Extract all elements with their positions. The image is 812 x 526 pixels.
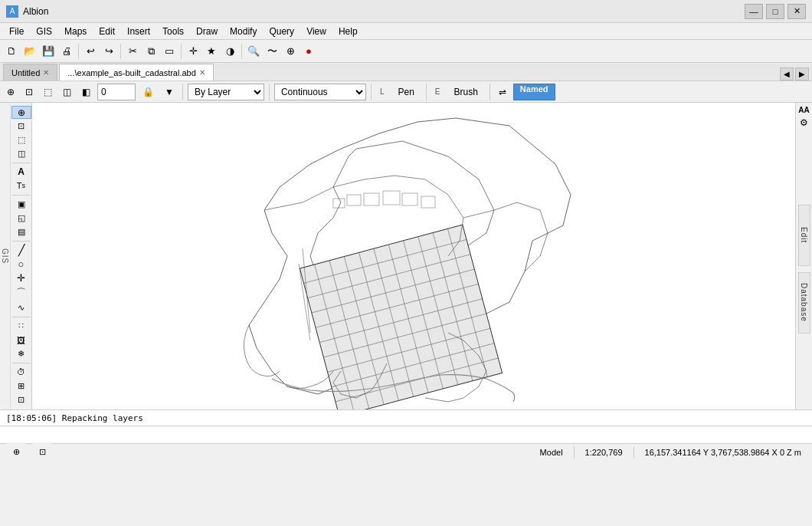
command-line xyxy=(0,426,812,443)
log-message: [18:05:06] Repacking layers xyxy=(6,413,143,423)
menu-maps[interactable]: Maps xyxy=(58,25,93,38)
status-icon-1[interactable]: ⊕ xyxy=(6,442,26,462)
tab-nav-right[interactable]: ▶ xyxy=(795,67,809,81)
coordinates-display: 16,157.341164 Y 3,767,538.9864 X 0 Z m xyxy=(640,448,806,457)
menu-insert[interactable]: Insert xyxy=(121,25,156,38)
cut-button[interactable]: ✂ xyxy=(124,43,141,60)
lt-circle[interactable]: ○ xyxy=(11,258,31,271)
lt-snap2[interactable]: ⊡ xyxy=(11,393,31,406)
copy-button[interactable]: ⧉ xyxy=(142,43,159,60)
command-input[interactable] xyxy=(0,426,812,443)
print-button[interactable]: 🖨 xyxy=(58,43,75,60)
props-sep-1 xyxy=(182,84,183,100)
lt-text-a[interactable]: A xyxy=(11,166,31,179)
save-button[interactable]: 💾 xyxy=(40,43,57,60)
menu-bar: File GIS Maps Edit Insert Tools Draw Mod… xyxy=(0,23,812,40)
brush-prefix: E xyxy=(431,84,444,100)
lt-sep-3 xyxy=(12,241,31,242)
settings-icon[interactable]: ⚙ xyxy=(800,117,808,128)
window-btn[interactable]: ⬚ xyxy=(40,84,56,100)
lt-sep-2 xyxy=(12,195,31,196)
layer-btn[interactable]: ◧ xyxy=(78,84,94,100)
lt-hatch[interactable]: ▤ xyxy=(11,225,31,238)
lt-image[interactable]: 🖼 xyxy=(11,334,31,347)
database-panel-btn[interactable]: Database xyxy=(798,272,810,334)
lt-arc[interactable]: ⌒ xyxy=(11,285,31,301)
color-lock-btn[interactable]: 🔒 xyxy=(139,84,158,100)
lt-grid[interactable]: ⊞ xyxy=(11,380,31,393)
menu-gis[interactable]: GIS xyxy=(30,25,58,38)
close-button[interactable]: ✕ xyxy=(787,4,806,19)
star-button[interactable]: ★ xyxy=(203,43,220,60)
props-sep-5 xyxy=(489,84,490,100)
undo-button[interactable]: ↩ xyxy=(82,43,99,60)
menu-help[interactable]: Help xyxy=(332,25,364,38)
props-sep-3 xyxy=(371,84,372,100)
lt-timer[interactable]: ⏱ xyxy=(11,366,31,379)
gis-label: GIS xyxy=(0,103,11,409)
layer-input[interactable] xyxy=(97,84,136,100)
lt-layer[interactable]: ◫ xyxy=(11,147,31,160)
menu-tools[interactable]: Tools xyxy=(156,25,190,38)
lt-spline[interactable]: ∿ xyxy=(11,301,31,314)
open-button[interactable]: 📂 xyxy=(21,43,38,60)
toolbar-sep-1 xyxy=(78,44,79,59)
left-toolbar: ⊕ ⊡ ⬚ ◫ A Ts ▣ ◱ ▤ ╱ ○ ✛ ⌒ ∿ ∷ 🖼 ❄ ⏱ ⊞ ⊡ xyxy=(11,103,32,409)
lt-block[interactable]: ▣ xyxy=(11,198,31,211)
lt-line[interactable]: ╱ xyxy=(11,243,31,257)
tab-cadastral[interactable]: ...\example_as-built_cadastral.abd ✕ xyxy=(59,64,214,81)
pen-prefix: L xyxy=(376,84,388,100)
toolbar: 🗋 📂 💾 🖨 ↩ ↪ ✂ ⧉ ▭ ✛ ★ ◑ 🔍 〜 ⊕ ● xyxy=(0,40,812,63)
lt-select[interactable]: ⊡ xyxy=(11,120,31,133)
lt-text-t[interactable]: Ts xyxy=(11,179,31,192)
layer-prev-button[interactable]: ⊕ xyxy=(3,84,18,100)
linetype-dropdown[interactable]: Continuous xyxy=(274,84,366,100)
tab-cadastral-label: ...\example_as-built_cadastral.abd xyxy=(67,68,196,77)
lt-array[interactable]: ∷ xyxy=(11,320,31,333)
menu-edit[interactable]: Edit xyxy=(93,25,121,38)
menu-view[interactable]: View xyxy=(300,25,332,38)
menu-query[interactable]: Query xyxy=(263,25,300,38)
menu-draw[interactable]: Draw xyxy=(190,25,224,38)
pen-button[interactable]: Pen xyxy=(391,84,421,100)
maximize-button[interactable]: □ xyxy=(766,4,784,19)
lt-snap[interactable]: ❄ xyxy=(11,347,31,360)
lt-window[interactable]: ⬚ xyxy=(11,133,31,146)
paste-button[interactable]: ▭ xyxy=(161,43,178,60)
record-button[interactable]: ● xyxy=(300,43,317,60)
tab-cadastral-close[interactable]: ✕ xyxy=(199,68,205,77)
left-panel: GIS ⊕ ⊡ ⬚ ◫ A Ts ▣ ◱ ▤ ╱ ○ ✛ ⌒ ∿ ∷ 🖼 ❄ ⏱… xyxy=(0,103,32,409)
layer-stack-btn[interactable]: ◫ xyxy=(59,84,75,100)
status-icon-2[interactable]: ⊡ xyxy=(32,442,52,462)
menu-modify[interactable]: Modify xyxy=(224,25,263,38)
arrow-icon[interactable]: ⇌ xyxy=(495,84,510,100)
circle-button[interactable]: ◑ xyxy=(221,43,238,60)
lt-region[interactable]: ◱ xyxy=(11,212,31,225)
lt-cursor[interactable]: ⊕ xyxy=(11,106,31,119)
zoom-button[interactable]: 🔍 xyxy=(245,43,262,60)
named-button[interactable]: Named xyxy=(513,84,555,100)
tab-bar: Untitled ✕ ...\example_as-built_cadastra… xyxy=(0,63,812,81)
new-button[interactable]: 🗋 xyxy=(3,43,20,60)
aa-icon[interactable]: AA xyxy=(798,106,809,114)
minimize-button[interactable]: — xyxy=(745,4,763,19)
toolbar-sep-4 xyxy=(241,44,242,59)
status-sep-2 xyxy=(634,446,634,459)
tab-untitled[interactable]: Untitled ✕ xyxy=(3,64,57,81)
lt-cross[interactable]: ✛ xyxy=(11,271,31,284)
dropdown-arrow-btn[interactable]: ▼ xyxy=(161,84,178,100)
canvas-area[interactable] xyxy=(32,103,795,409)
tab-untitled-close[interactable]: ✕ xyxy=(43,68,49,77)
tab-nav-left[interactable]: ◀ xyxy=(780,67,794,81)
color-dropdown[interactable]: By Layer xyxy=(188,84,264,100)
lt-sep-1 xyxy=(12,163,31,163)
select-btn[interactable]: ⊡ xyxy=(21,84,37,100)
move-button[interactable]: ✛ xyxy=(185,43,201,60)
edit-panel-btn[interactable]: Edit xyxy=(798,205,810,266)
brush-button[interactable]: Brush xyxy=(447,84,484,100)
menu-file[interactable]: File xyxy=(3,25,30,38)
wave-button[interactable]: 〜 xyxy=(264,43,280,60)
zoom2-button[interactable]: ⊕ xyxy=(282,43,299,60)
right-top-icons: AA ⚙ xyxy=(798,106,809,128)
redo-button[interactable]: ↪ xyxy=(100,43,117,60)
